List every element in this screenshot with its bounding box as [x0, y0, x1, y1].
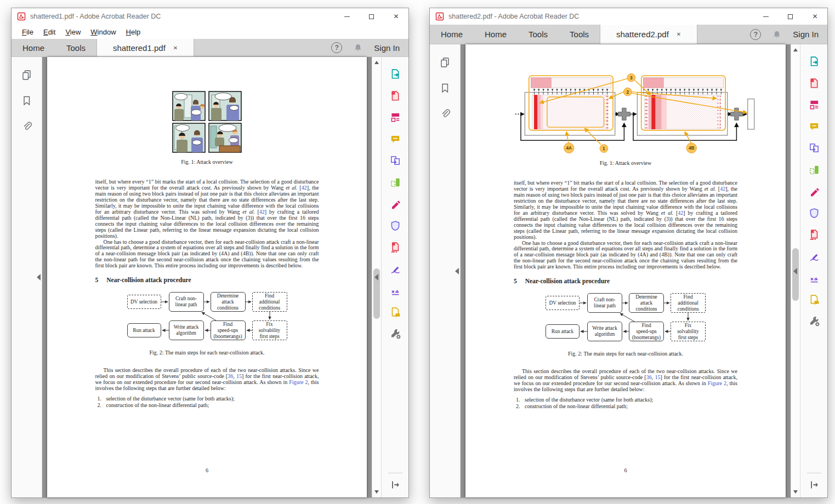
bell-icon[interactable]	[353, 43, 363, 53]
titlebar[interactable]: shattered2.pdf - Adobe Acrobat Reader DC…	[430, 8, 827, 25]
help-button[interactable]: ?	[331, 42, 342, 53]
diagram-label-1: 1	[603, 146, 605, 151]
compress-pdf-button[interactable]	[807, 227, 821, 242]
fill-sign-icon	[389, 263, 401, 275]
flowchart-box-dv-selection: DV selection	[127, 295, 161, 309]
help-button[interactable]: ?	[750, 29, 761, 40]
sign-in-button[interactable]: Sign In	[374, 43, 400, 53]
figure1-caption: Fig. 1: Attack overview	[514, 160, 737, 166]
desktop: shattered1.pdf - Adobe Acrobat Reader DC…	[0, 0, 835, 504]
scroll-up-arrow[interactable]	[793, 48, 798, 51]
redact-button[interactable]	[807, 184, 821, 198]
protect-button[interactable]	[807, 206, 821, 220]
attachments-icon[interactable]	[439, 108, 451, 119]
comment-button[interactable]	[388, 132, 402, 146]
send-and-track-icon	[808, 294, 820, 306]
redact-icon	[808, 185, 820, 197]
doc-tab-shattered2[interactable]: shattered2.pdf ✕	[600, 25, 697, 44]
expand-pane-icon[interactable]	[808, 479, 820, 491]
bookmarks-icon[interactable]	[21, 95, 32, 106]
menu-edit[interactable]: Edit	[38, 26, 60, 38]
tab-tools[interactable]: Tools	[55, 39, 96, 56]
export-pdf-button[interactable]	[807, 54, 821, 68]
doc-tab-close-icon[interactable]: ✕	[173, 45, 178, 51]
protect-button[interactable]	[388, 219, 402, 233]
tools-rail	[800, 44, 827, 497]
titlebar[interactable]: shattered1.pdf - Adobe Acrobat Reader DC…	[12, 8, 408, 25]
redact-button[interactable]	[388, 197, 402, 211]
citation-link[interactable]: 36	[646, 374, 652, 380]
maximize-button[interactable]	[359, 8, 384, 25]
organize-pages-button[interactable]	[388, 175, 402, 190]
tab-home[interactable]: Home	[12, 39, 55, 56]
attachments-icon[interactable]	[21, 121, 32, 132]
collapse-pane-arrow[interactable]	[37, 274, 41, 280]
scroll-thumb[interactable]	[792, 248, 799, 301]
comic-image	[172, 91, 242, 154]
minimize-button[interactable]	[753, 8, 778, 25]
document-viewport[interactable]: 3 2 1 4A 4B	[461, 44, 791, 497]
sign-in-button[interactable]: Sign In	[793, 30, 819, 39]
tools-collapse-arrow[interactable]	[374, 274, 378, 280]
fill-sign-button[interactable]	[388, 262, 402, 276]
flowchart-box-craft-path: Craft non- linear path	[169, 292, 204, 312]
tab-home-1[interactable]: Home	[430, 25, 474, 44]
more-tools-icon	[389, 328, 401, 340]
menu-window[interactable]: Window	[86, 26, 121, 38]
expand-pane-icon[interactable]	[389, 479, 401, 491]
bell-icon[interactable]	[772, 30, 782, 39]
figure-link[interactable]: Figure 2	[289, 379, 308, 385]
diagram-label-2: 2	[627, 89, 629, 95]
edit-pdf-button[interactable]	[807, 98, 821, 112]
doc-tab-shattered1[interactable]: shattered1.pdf ✕	[96, 39, 194, 56]
edit-pdf-button[interactable]	[388, 110, 402, 124]
citation-link[interactable]: 15	[236, 373, 242, 379]
fill-sign-button[interactable]	[807, 249, 821, 264]
menu-file[interactable]: File	[17, 26, 38, 38]
tools-collapse-arrow[interactable]	[793, 268, 797, 274]
window-title: shattered1.pdf - Adobe Acrobat Reader DC	[30, 13, 334, 20]
compress-pdf-button[interactable]	[388, 240, 402, 254]
figure1-caption: Fig. 1: Attack overview	[95, 159, 319, 165]
create-pdf-button[interactable]	[388, 89, 402, 103]
body-paragraph-2: One has to choose a good disturbance vec…	[514, 240, 737, 271]
export-pdf-button[interactable]	[388, 67, 402, 81]
maximize-button[interactable]	[778, 8, 803, 25]
combine-files-button[interactable]	[388, 153, 402, 168]
menu-view[interactable]: View	[60, 26, 86, 38]
send-and-track-button[interactable]	[388, 305, 402, 319]
send-and-track-button[interactable]	[807, 293, 821, 307]
scroll-down-arrow[interactable]	[793, 490, 798, 494]
menu-help[interactable]: Help	[121, 26, 146, 38]
request-signatures-button[interactable]	[807, 271, 821, 285]
citation-link[interactable]: 15	[655, 374, 660, 380]
window-shattered2: shattered2.pdf - Adobe Acrobat Reader DC…	[429, 8, 828, 498]
close-button[interactable]: ✕	[384, 8, 408, 25]
citation-link[interactable]: 42	[302, 185, 307, 191]
document-viewport[interactable]: Fig. 1: Attack overview itself, but wher…	[42, 57, 372, 497]
tab-tools-1[interactable]: Tools	[518, 25, 559, 44]
more-tools-button[interactable]	[388, 327, 402, 341]
close-button[interactable]: ✕	[803, 8, 827, 25]
organize-pages-button[interactable]	[807, 163, 821, 177]
comment-button[interactable]	[807, 119, 821, 134]
citation-link[interactable]: 42	[720, 186, 725, 192]
tab-home-2[interactable]: Home	[474, 25, 518, 44]
collapse-pane-arrow[interactable]	[455, 268, 459, 274]
page-thumbnails-icon[interactable]	[439, 56, 451, 68]
tab-tools-2[interactable]: Tools	[559, 25, 600, 44]
citation-link[interactable]: 42	[678, 210, 683, 216]
bookmarks-icon[interactable]	[439, 82, 451, 94]
more-tools-button[interactable]	[807, 314, 821, 328]
combine-files-button[interactable]	[807, 141, 821, 155]
citation-link[interactable]: 42	[259, 209, 265, 215]
doc-tab-close-icon[interactable]: ✕	[677, 31, 681, 37]
scroll-up-arrow[interactable]	[374, 61, 379, 64]
request-signatures-button[interactable]	[388, 283, 402, 297]
scroll-down-arrow[interactable]	[374, 490, 379, 494]
citation-link[interactable]: 36	[228, 373, 233, 379]
page-thumbnails-icon[interactable]	[21, 69, 32, 81]
figure-link[interactable]: Figure 2	[708, 380, 726, 386]
minimize-button[interactable]	[334, 8, 359, 25]
create-pdf-button[interactable]	[807, 76, 821, 90]
